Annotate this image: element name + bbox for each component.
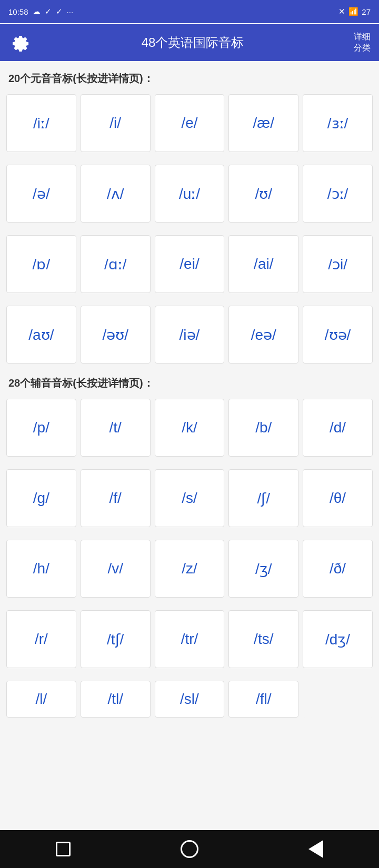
consonants-row-2: /g/ /f/ /s/ /ʃ/ /θ/ xyxy=(6,469,373,527)
page-title: 48个英语国际音标 xyxy=(32,34,354,51)
main-content: 20个元音音标(长按进详情页)： /iː/ /i/ /e/ /æ/ /ɜː/ /… xyxy=(0,61,379,830)
phonetic-ɔː[interactable]: /ɔː/ xyxy=(303,165,373,223)
phonetic-uː[interactable]: /uː/ xyxy=(155,165,225,223)
phonetic-θ[interactable]: /θ/ xyxy=(303,469,373,527)
phonetic-tl[interactable]: /tl/ xyxy=(81,681,151,718)
phonetic-sl[interactable]: /sl/ xyxy=(155,681,225,718)
phonetic-ei[interactable]: /ei/ xyxy=(155,235,225,293)
phonetic-eə[interactable]: /eə/ xyxy=(228,306,298,364)
phonetic-ʊə[interactable]: /ʊə/ xyxy=(303,306,373,364)
triangle-icon xyxy=(308,840,323,858)
phonetic-wedge[interactable]: /ʌ/ xyxy=(81,165,151,223)
phonetic-k[interactable]: /k/ xyxy=(155,399,225,457)
phonetic-upsilon[interactable]: /ʊ/ xyxy=(228,165,298,223)
status-time: 10:58 xyxy=(8,7,28,16)
phonetic-aʊ[interactable]: /aʊ/ xyxy=(6,306,76,364)
vowels-row-4: /aʊ/ /əʊ/ /iə/ /eə/ /ʊə/ xyxy=(6,306,373,364)
phonetic-əʊ[interactable]: /əʊ/ xyxy=(81,306,151,364)
phonetic-f[interactable]: /f/ xyxy=(81,469,151,527)
phonetic-t[interactable]: /t/ xyxy=(81,399,151,457)
phonetic-d[interactable]: /d/ xyxy=(303,399,373,457)
phonetic-ae[interactable]: /æ/ xyxy=(228,94,298,152)
nav-back-button[interactable] xyxy=(300,833,332,865)
phonetic-ʒ[interactable]: /ʒ/ xyxy=(228,540,298,598)
phonetic-ai[interactable]: /ai/ xyxy=(228,235,298,293)
phonetic-z[interactable]: /z/ xyxy=(155,540,225,598)
status-bar: 10:58 ☁ ✓ ✓ ··· ✕ 📶 27 xyxy=(0,0,379,23)
consonants-row-1: /p/ /t/ /k/ /b/ /d/ xyxy=(6,399,373,457)
phonetic-s[interactable]: /s/ xyxy=(155,469,225,527)
consonants-row-3: /h/ /v/ /z/ /ʒ/ /ð/ xyxy=(6,540,373,598)
phonetic-e[interactable]: /e/ xyxy=(155,94,225,152)
more-icon: ··· xyxy=(67,7,74,16)
wifi-icon: 📶 xyxy=(348,7,358,16)
phonetic-v[interactable]: /v/ xyxy=(81,540,151,598)
consonants-row-5: /l/ /tl/ /sl/ /fl/ xyxy=(6,681,373,718)
phonetic-ɒ[interactable]: /ɒ/ xyxy=(6,235,76,293)
phonetic-ʃ[interactable]: /ʃ/ xyxy=(228,469,298,527)
phonetic-fl[interactable]: /fl/ xyxy=(228,681,298,718)
phonetic-l[interactable]: /l/ xyxy=(6,681,76,718)
phonetic-empty xyxy=(303,681,373,718)
phonetic-ɑː[interactable]: /ɑː/ xyxy=(81,235,151,293)
phonetic-b[interactable]: /b/ xyxy=(228,399,298,457)
phonetic-ɔi[interactable]: /ɔi/ xyxy=(303,235,373,293)
phonetic-r[interactable]: /r/ xyxy=(6,610,76,668)
phonetic-dʒ[interactable]: /dʒ/ xyxy=(303,610,373,668)
phonetic-tʃ[interactable]: /tʃ/ xyxy=(81,610,151,668)
status-left: 10:58 ☁ ✓ ✓ ··· xyxy=(8,7,73,16)
phonetic-tr[interactable]: /tr/ xyxy=(155,610,225,668)
settings-button[interactable] xyxy=(8,31,32,54)
consonants-row-4: /r/ /tʃ/ /tr/ /ts/ /dʒ/ xyxy=(6,610,373,668)
detail-classify-button[interactable]: 详细 分类 xyxy=(354,32,371,54)
check-icon-2: ✓ xyxy=(56,7,63,16)
square-icon xyxy=(56,842,71,856)
phonetic-ts[interactable]: /ts/ xyxy=(228,610,298,668)
circle-icon xyxy=(181,840,198,858)
cloud-icon: ☁ xyxy=(33,7,41,16)
vowels-section-title: 20个元音音标(长按进详情页)： xyxy=(6,72,373,86)
vowels-row-3: /ɒ/ /ɑː/ /ei/ /ai/ /ɔi/ xyxy=(6,235,373,293)
phonetic-3ː[interactable]: /ɜː/ xyxy=(303,94,373,152)
phonetic-ð[interactable]: /ð/ xyxy=(303,540,373,598)
check-icon-1: ✓ xyxy=(45,7,52,16)
battery-level: 27 xyxy=(362,7,371,16)
phonetic-i[interactable]: /i/ xyxy=(81,94,151,152)
phonetic-h[interactable]: /h/ xyxy=(6,540,76,598)
phonetic-iː[interactable]: /iː/ xyxy=(6,94,76,152)
phonetic-g[interactable]: /g/ xyxy=(6,469,76,527)
phonetic-p[interactable]: /p/ xyxy=(6,399,76,457)
nav-home-button[interactable] xyxy=(174,833,205,865)
vowels-row-1: /iː/ /i/ /e/ /æ/ /ɜː/ xyxy=(6,94,373,152)
top-bar: 48个英语国际音标 详细 分类 xyxy=(0,24,379,61)
consonants-section-title: 28个辅音音标(长按进详情页)： xyxy=(6,376,373,390)
nav-square-button[interactable] xyxy=(47,833,79,865)
phonetic-iə[interactable]: /iə/ xyxy=(155,306,225,364)
phonetic-schwa[interactable]: /ə/ xyxy=(6,165,76,223)
vowels-row-2: /ə/ /ʌ/ /uː/ /ʊ/ /ɔː/ xyxy=(6,165,373,223)
status-right: ✕ 📶 27 xyxy=(338,7,371,16)
bottom-nav xyxy=(0,830,379,868)
battery-x-icon: ✕ xyxy=(338,7,345,16)
